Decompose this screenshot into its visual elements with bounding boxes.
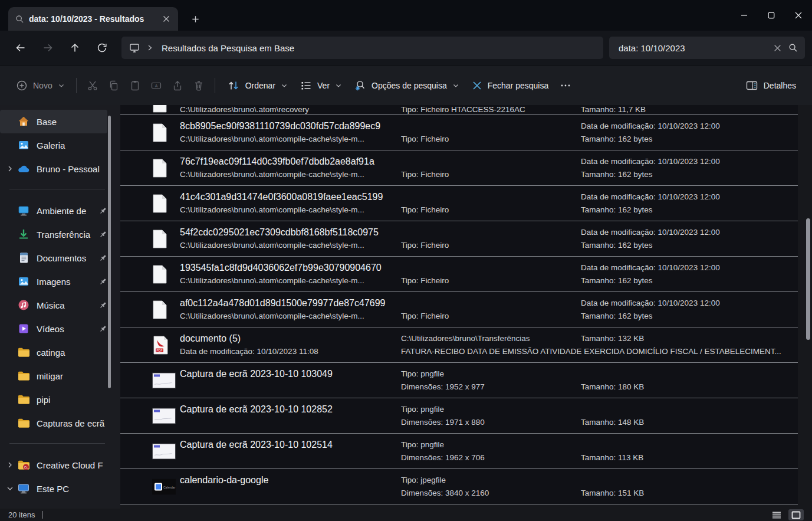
- chevron-down-icon[interactable]: [4, 486, 17, 491]
- file-row[interactable]: C:\Utilizadores\bruno\.atom\recoveryTipo…: [120, 105, 798, 115]
- sidebar-item-catinga[interactable]: catinga: [0, 340, 107, 364]
- breadcrumb-chevron-icon[interactable]: [146, 44, 153, 51]
- file-row[interactable]: 41c4c301a9d31474e0f3600a0819faee1eac5199…: [120, 186, 798, 221]
- sidebar-item-ambiente-de-trabalho[interactable]: Ambiente de: [0, 199, 107, 222]
- sidebar-item-transferencias[interactable]: Transferência: [0, 222, 107, 246]
- list-scrollbar[interactable]: [806, 218, 810, 340]
- svg-text:A: A: [154, 83, 157, 87]
- details-view-icon[interactable]: [769, 509, 784, 520]
- tab-title: data: 10/10/2023 - Resultados: [29, 14, 154, 24]
- file-name: Captura de ecrã 2023-10-10 102514: [180, 437, 333, 452]
- sidebar-item-bruno-pessoal[interactable]: Bruno - Pessoal: [0, 157, 107, 181]
- sidebar-item-creative-cloud-files[interactable]: CcCreative Cloud F: [0, 453, 107, 477]
- file-detail: Tamanho: 162 bytes: [581, 240, 720, 251]
- file-list-pane: C:\Utilizadores\bruno\.atom\recoveryTipo…: [120, 105, 812, 509]
- chevron-right-icon[interactable]: [4, 462, 17, 468]
- sidebar-item-mitigar[interactable]: mitigar: [0, 364, 107, 388]
- sidebar-item-label: Base: [37, 117, 107, 127]
- file-detail: [401, 296, 449, 310]
- file-row[interactable]: Calendarcalendario-da-googleTipo: jpegfi…: [120, 469, 798, 504]
- sidebar-item-imagens[interactable]: Imagens: [0, 270, 107, 293]
- sidebar-item-musica[interactable]: Música: [0, 293, 107, 317]
- file-detail: Tamanho: 162 bytes: [581, 133, 720, 145]
- file-row[interactable]: 76c7f19eac09f114d0c39fb0ef7dbdb2ae8af91a…: [120, 150, 798, 186]
- rename-icon[interactable]: A: [146, 74, 167, 97]
- new-tab-button[interactable]: [188, 11, 203, 27]
- file-detail: C:\Utilizadores\bruno\.atom\compile-cach…: [180, 133, 380, 145]
- file-detail: [581, 437, 643, 452]
- file-detail: Tipo: pngfile: [401, 366, 485, 381]
- see-more-icon[interactable]: [555, 74, 576, 97]
- sort-button[interactable]: Ordenar: [221, 74, 294, 97]
- status-divider: [42, 511, 43, 519]
- details-button[interactable]: Detalhes: [739, 74, 803, 97]
- breadcrumb-location[interactable]: Resultados da Pesquisa em Base: [162, 43, 294, 53]
- view-button[interactable]: Ver: [294, 74, 348, 97]
- pin-icon: [98, 301, 107, 310]
- search-options-button[interactable]: Opções de pesquisa: [348, 74, 465, 97]
- file-icon: [152, 159, 167, 178]
- file-detail: Tamanho: 11,7 KB: [581, 105, 646, 115]
- sidebar-item-base[interactable]: Base: [0, 110, 107, 133]
- cc-folder-icon: Cc: [17, 458, 31, 472]
- forward-icon[interactable]: [38, 38, 58, 58]
- back-icon[interactable]: [11, 38, 31, 58]
- file-detail: Data de modificação: 10/10/2023 12:00: [581, 154, 720, 169]
- sidebar-scrollbar[interactable]: [108, 116, 111, 388]
- sidebar-item-este-pc[interactable]: Este PC: [0, 477, 107, 500]
- cut-icon[interactable]: [82, 74, 103, 97]
- view-toggles: [769, 509, 804, 520]
- sort-icon: [227, 80, 240, 91]
- delete-icon[interactable]: [188, 74, 209, 97]
- large-icons-view-icon[interactable]: [788, 509, 804, 520]
- copy-icon[interactable]: [103, 74, 124, 97]
- new-button[interactable]: Novo: [9, 74, 71, 97]
- file-row[interactable]: Captura de ecrã 2023-10-10 102514Tipo: p…: [120, 434, 798, 469]
- file-row[interactable]: Captura de ecrã 2023-10-10 102852Tipo: p…: [120, 398, 798, 434]
- address-bar[interactable]: Resultados da Pesquisa em Base: [121, 37, 603, 59]
- refresh-icon[interactable]: [92, 38, 112, 58]
- file-detail: Tipo: Ficheiro: [401, 169, 449, 181]
- maximize-button[interactable]: [758, 0, 785, 31]
- file-row[interactable]: af0c112a4a478d01d89d1500e79977de87c47699…: [120, 292, 798, 327]
- sidebar-item-capturas-de-ecra[interactable]: Capturas de ecrã: [0, 411, 107, 435]
- search-options-icon: [354, 80, 366, 91]
- share-icon[interactable]: [167, 74, 188, 97]
- file-row[interactable]: PDFdocumento (5)Data de modificação: 10/…: [120, 327, 798, 363]
- sidebar-item-galeria[interactable]: Galeria: [0, 133, 107, 157]
- sidebar-item-videos[interactable]: Vídeos: [0, 317, 107, 340]
- file-row[interactable]: 193545fa1c8fd9d4036062ef7b99e30790904670…: [120, 257, 798, 292]
- clear-search-icon[interactable]: [770, 40, 785, 55]
- sidebar-divider: [9, 189, 105, 189]
- sidebar-item-documentos[interactable]: Documentos: [0, 246, 107, 270]
- pin-icon: [98, 230, 107, 239]
- paste-icon[interactable]: [124, 74, 146, 97]
- sidebar-item-label: Este PC: [37, 484, 107, 494]
- up-icon[interactable]: [65, 38, 85, 58]
- file-detail: [180, 487, 268, 499]
- file-icon: [152, 123, 167, 142]
- sidebar-item-label: Galeria: [37, 140, 107, 150]
- search-submit-icon[interactable]: [788, 43, 798, 53]
- folder-icon: [17, 416, 31, 430]
- file-row[interactable]: Captura de ecrã 2023-10-10 103049Tipo: p…: [120, 363, 798, 398]
- close-search-button[interactable]: Fechar pesquisa: [465, 74, 555, 97]
- tab-close-icon[interactable]: [159, 12, 173, 26]
- onedrive-icon: [17, 162, 31, 176]
- search-query[interactable]: data: 10/10/2023: [619, 43, 770, 53]
- file-row[interactable]: 8cb8905ec90f9381110739dc030fd57cda899ec9…: [120, 115, 798, 150]
- explorer-tab[interactable]: data: 10/10/2023 - Resultados: [8, 7, 178, 31]
- sidebar-item-pipi[interactable]: pipi: [0, 388, 107, 411]
- minimize-button[interactable]: [731, 0, 758, 31]
- file-name: 8cb8905ec90f9381110739dc030fd57cda899ec9: [180, 119, 380, 133]
- details-button-label: Detalhes: [764, 81, 796, 90]
- file-detail: Tipo: Ficheiro: [401, 310, 449, 322]
- file-detail: Tipo: Ficheiro HTACCESS-2216AC: [401, 105, 525, 115]
- search-box[interactable]: data: 10/10/2023: [609, 37, 805, 59]
- desktop-icon: [17, 204, 31, 218]
- chevron-right-icon[interactable]: [4, 166, 17, 172]
- search-options-label: Opções de pesquisa: [372, 81, 447, 90]
- this-pc-icon[interactable]: [129, 42, 140, 54]
- close-button[interactable]: [785, 0, 812, 31]
- file-row[interactable]: 54f2cdc0295021ec7309cdbbf8168bf5118c0975…: [120, 221, 798, 257]
